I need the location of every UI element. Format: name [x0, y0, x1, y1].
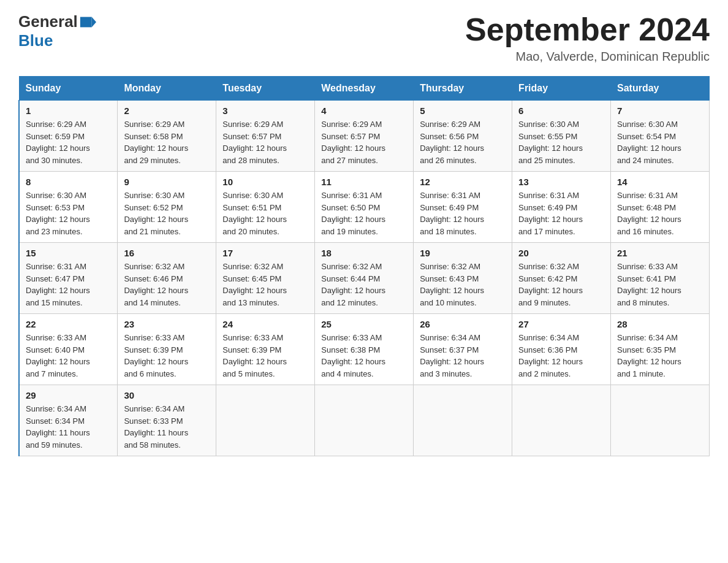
day-number: 14: [617, 177, 703, 187]
day-number: 9: [124, 177, 210, 187]
day-number: 29: [26, 390, 111, 400]
title-location: Mao, Valverde, Dominican Republic: [465, 50, 710, 64]
day-number: 22: [26, 319, 111, 329]
calendar-cell: 21Sunrise: 6:33 AMSunset: 6:41 PMDayligh…: [611, 243, 710, 314]
day-info: Sunrise: 6:31 AMSunset: 6:49 PMDaylight:…: [420, 190, 506, 237]
calendar-cell: 19Sunrise: 6:32 AMSunset: 6:43 PMDayligh…: [414, 243, 512, 314]
day-number: 3: [222, 105, 308, 116]
calendar-cell: 15Sunrise: 6:31 AMSunset: 6:47 PMDayligh…: [19, 243, 118, 314]
day-info: Sunrise: 6:31 AMSunset: 6:49 PMDaylight:…: [518, 190, 604, 237]
calendar-cell: 24Sunrise: 6:33 AMSunset: 6:39 PMDayligh…: [216, 314, 315, 385]
header-saturday: Saturday: [611, 77, 710, 101]
day-number: 15: [26, 248, 111, 258]
day-number: 24: [222, 319, 308, 329]
calendar-cell: 27Sunrise: 6:34 AMSunset: 6:36 PMDayligh…: [512, 314, 611, 385]
day-number: 27: [518, 319, 604, 329]
calendar-cell: 9Sunrise: 6:30 AMSunset: 6:52 PMDaylight…: [118, 172, 216, 243]
day-info: Sunrise: 6:30 AMSunset: 6:51 PMDaylight:…: [222, 190, 308, 237]
calendar-cell: [414, 385, 512, 456]
calendar-cell: [512, 385, 611, 456]
calendar-cell: 18Sunrise: 6:32 AMSunset: 6:44 PMDayligh…: [315, 243, 414, 314]
calendar-cell: 29Sunrise: 6:34 AMSunset: 6:34 PMDayligh…: [19, 385, 118, 456]
day-number: 17: [222, 248, 308, 258]
day-info: Sunrise: 6:32 AMSunset: 6:45 PMDaylight:…: [222, 261, 308, 308]
calendar-cell: 14Sunrise: 6:31 AMSunset: 6:48 PMDayligh…: [611, 172, 710, 243]
calendar-cell: 11Sunrise: 6:31 AMSunset: 6:50 PMDayligh…: [315, 172, 414, 243]
day-info: Sunrise: 6:34 AMSunset: 6:34 PMDaylight:…: [26, 403, 111, 451]
logo-text-blue: Blue: [18, 31, 53, 50]
day-info: Sunrise: 6:34 AMSunset: 6:36 PMDaylight:…: [518, 332, 604, 380]
day-info: Sunrise: 6:31 AMSunset: 6:50 PMDaylight:…: [321, 190, 407, 237]
svg-marker-1: [91, 17, 96, 27]
day-info: Sunrise: 6:31 AMSunset: 6:48 PMDaylight:…: [617, 190, 703, 237]
day-info: Sunrise: 6:32 AMSunset: 6:42 PMDaylight:…: [518, 261, 604, 308]
calendar-cell: 23Sunrise: 6:33 AMSunset: 6:39 PMDayligh…: [118, 314, 216, 385]
day-number: 5: [420, 105, 506, 116]
calendar-table: SundayMondayTuesdayWednesdayThursdayFrid…: [18, 76, 710, 456]
calendar-week-row: 29Sunrise: 6:34 AMSunset: 6:34 PMDayligh…: [19, 385, 710, 456]
calendar-cell: 17Sunrise: 6:32 AMSunset: 6:45 PMDayligh…: [216, 243, 315, 314]
calendar-cell: 28Sunrise: 6:34 AMSunset: 6:35 PMDayligh…: [611, 314, 710, 385]
calendar-cell: 16Sunrise: 6:32 AMSunset: 6:46 PMDayligh…: [118, 243, 216, 314]
day-number: 28: [617, 319, 703, 329]
title-block: September 2024 Mao, Valverde, Dominican …: [465, 12, 710, 64]
day-number: 2: [124, 105, 210, 116]
day-number: 8: [26, 177, 111, 187]
calendar-week-row: 15Sunrise: 6:31 AMSunset: 6:47 PMDayligh…: [19, 243, 710, 314]
day-info: Sunrise: 6:29 AMSunset: 6:56 PMDaylight:…: [420, 118, 506, 166]
calendar-cell: 10Sunrise: 6:30 AMSunset: 6:51 PMDayligh…: [216, 172, 315, 243]
day-info: Sunrise: 6:33 AMSunset: 6:39 PMDaylight:…: [124, 332, 210, 380]
calendar-cell: 8Sunrise: 6:30 AMSunset: 6:53 PMDaylight…: [19, 172, 118, 243]
day-number: 6: [518, 105, 604, 116]
day-number: 25: [321, 319, 407, 329]
day-info: Sunrise: 6:32 AMSunset: 6:46 PMDaylight:…: [124, 261, 210, 308]
day-number: 16: [124, 248, 210, 258]
day-info: Sunrise: 6:34 AMSunset: 6:35 PMDaylight:…: [617, 332, 703, 380]
calendar-cell: 1Sunrise: 6:29 AMSunset: 6:59 PMDaylight…: [19, 101, 118, 172]
calendar-week-row: 1Sunrise: 6:29 AMSunset: 6:59 PMDaylight…: [19, 101, 710, 172]
header-tuesday: Tuesday: [216, 77, 315, 101]
svg-marker-0: [80, 17, 92, 27]
day-number: 18: [321, 248, 407, 258]
day-info: Sunrise: 6:32 AMSunset: 6:44 PMDaylight:…: [321, 261, 407, 308]
header-friday: Friday: [512, 77, 611, 101]
logo-text-general: General: [18, 12, 78, 31]
calendar-week-row: 8Sunrise: 6:30 AMSunset: 6:53 PMDaylight…: [19, 172, 710, 243]
header-wednesday: Wednesday: [315, 77, 414, 101]
calendar-cell: [216, 385, 315, 456]
day-info: Sunrise: 6:32 AMSunset: 6:43 PMDaylight:…: [420, 261, 506, 308]
calendar-cell: 6Sunrise: 6:30 AMSunset: 6:55 PMDaylight…: [512, 101, 611, 172]
calendar-cell: 4Sunrise: 6:29 AMSunset: 6:57 PMDaylight…: [315, 101, 414, 172]
page-header: General Blue September 2024 Mao, Valverd…: [18, 12, 710, 64]
day-number: 7: [617, 105, 703, 116]
day-number: 26: [420, 319, 506, 329]
calendar-cell: 30Sunrise: 6:34 AMSunset: 6:33 PMDayligh…: [118, 385, 216, 456]
calendar-cell: 5Sunrise: 6:29 AMSunset: 6:56 PMDaylight…: [414, 101, 512, 172]
day-info: Sunrise: 6:30 AMSunset: 6:53 PMDaylight:…: [26, 190, 111, 237]
calendar-cell: 22Sunrise: 6:33 AMSunset: 6:40 PMDayligh…: [19, 314, 118, 385]
day-info: Sunrise: 6:29 AMSunset: 6:57 PMDaylight:…: [321, 118, 407, 166]
day-number: 10: [222, 177, 308, 187]
calendar-cell: 26Sunrise: 6:34 AMSunset: 6:37 PMDayligh…: [414, 314, 512, 385]
calendar-week-row: 22Sunrise: 6:33 AMSunset: 6:40 PMDayligh…: [19, 314, 710, 385]
day-number: 1: [26, 105, 111, 116]
day-number: 21: [617, 248, 703, 258]
day-info: Sunrise: 6:30 AMSunset: 6:54 PMDaylight:…: [617, 118, 703, 166]
day-info: Sunrise: 6:33 AMSunset: 6:40 PMDaylight:…: [26, 332, 111, 380]
day-info: Sunrise: 6:30 AMSunset: 6:55 PMDaylight:…: [518, 118, 604, 166]
day-info: Sunrise: 6:30 AMSunset: 6:52 PMDaylight:…: [124, 190, 210, 237]
calendar-cell: [611, 385, 710, 456]
calendar-cell: 25Sunrise: 6:33 AMSunset: 6:38 PMDayligh…: [315, 314, 414, 385]
calendar-cell: 12Sunrise: 6:31 AMSunset: 6:49 PMDayligh…: [414, 172, 512, 243]
day-number: 4: [321, 105, 407, 116]
title-month: September 2024: [465, 12, 710, 47]
calendar-cell: [315, 385, 414, 456]
day-number: 20: [518, 248, 604, 258]
calendar-cell: 2Sunrise: 6:29 AMSunset: 6:58 PMDaylight…: [118, 101, 216, 172]
day-number: 23: [124, 319, 210, 329]
day-info: Sunrise: 6:29 AMSunset: 6:58 PMDaylight:…: [124, 118, 210, 166]
header-monday: Monday: [118, 77, 216, 101]
calendar-header-row: SundayMondayTuesdayWednesdayThursdayFrid…: [19, 77, 710, 101]
calendar-cell: 20Sunrise: 6:32 AMSunset: 6:42 PMDayligh…: [512, 243, 611, 314]
day-info: Sunrise: 6:33 AMSunset: 6:41 PMDaylight:…: [617, 261, 703, 308]
